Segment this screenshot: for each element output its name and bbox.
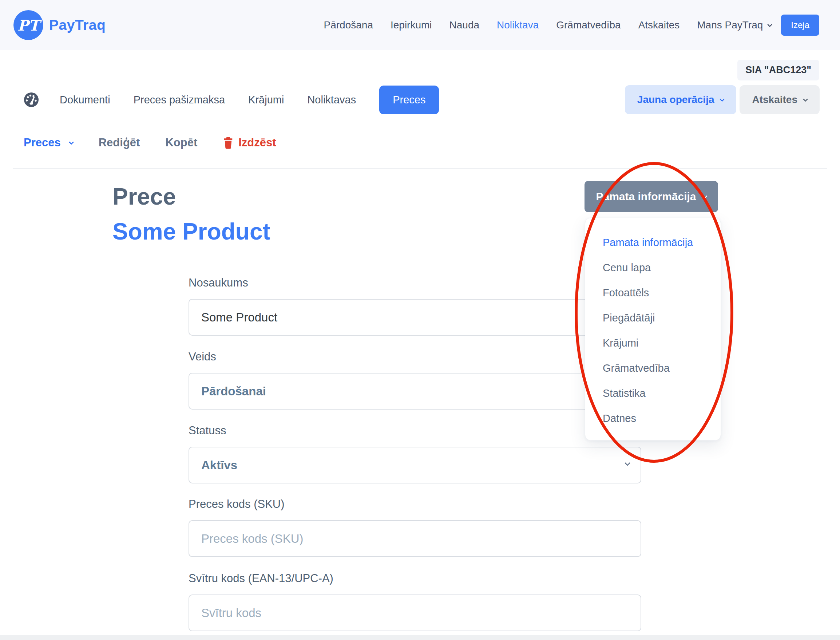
tab-preces-active[interactable]: Preces — [379, 86, 439, 114]
logout-button[interactable]: Izeja — [781, 14, 819, 36]
tab-dokumenti[interactable]: Dokumenti — [60, 94, 110, 106]
module-navigation: Dokumenti Preces pašizmaksa Krājumi Noli… — [22, 85, 439, 114]
reports-button[interactable]: Atskaites — [739, 85, 819, 114]
section-dropdown-panel: Pamata informācija Cenu lapa Fotoattēls … — [585, 218, 721, 440]
company-badge: SIA "ABC123" — [737, 60, 819, 80]
top-navigation: Pārdošana Iepirkumi Nauda Noliktava Grām… — [324, 19, 772, 31]
new-operation-button[interactable]: Jauna operācija — [625, 85, 737, 114]
nav-atskaites[interactable]: Atskaites — [638, 19, 680, 31]
field-statuss: Statuss Aktīvs — [188, 423, 641, 483]
menu-item-gramatvediba[interactable]: Grāmatvedība — [603, 356, 720, 381]
chevron-down-icon — [69, 140, 74, 145]
tab-krajumi[interactable]: Krājumi — [248, 94, 284, 106]
page-title: Prece — [112, 184, 270, 209]
logo-monogram: PT — [18, 17, 39, 34]
tab-preces-pasizmaksa[interactable]: Preces pašizmaksa — [134, 94, 225, 106]
module-action-buttons: Jauna operācija Atskaites — [625, 85, 819, 114]
menu-item-statistika[interactable]: Statistika — [603, 381, 720, 406]
menu-item-fotoattels[interactable]: Fotoattēls — [603, 280, 720, 306]
nav-iepirkumi[interactable]: Iepirkumi — [391, 19, 432, 31]
field-preces-kods: Preces kods (SKU) — [188, 497, 641, 557]
field-label: Veids — [188, 349, 641, 364]
nav-nauda[interactable]: Nauda — [449, 19, 480, 31]
paytraq-product-page: PT PayTraq Pārdošana Iepirkumi Nauda Nol… — [0, 0, 840, 640]
nav-noliktava[interactable]: Noliktava — [497, 19, 539, 31]
field-label: Statuss — [188, 423, 641, 438]
menu-item-pamata-informacija[interactable]: Pamata informācija — [603, 230, 720, 255]
paytraq-logo-icon[interactable]: PT — [13, 10, 43, 40]
delete-button[interactable]: Izdzēst — [223, 136, 276, 149]
field-veids: Veids Pārdošanai — [188, 349, 641, 410]
nav-mans-paytraq[interactable]: Mans PayTraq — [697, 19, 771, 31]
dashboard-gauge-icon[interactable] — [22, 91, 40, 109]
chevron-down-icon — [702, 194, 707, 199]
sku-input[interactable] — [188, 520, 641, 557]
copy-button[interactable]: Kopēt — [165, 136, 197, 149]
chevron-down-icon — [803, 97, 808, 102]
page-bottom-strip — [0, 635, 840, 640]
menu-item-piegadataji[interactable]: Piegādātāji — [603, 306, 720, 331]
barcode-input[interactable] — [188, 595, 641, 631]
section-dropdown-button[interactable]: Pamata informācija — [584, 181, 718, 212]
section-divider — [13, 168, 827, 168]
menu-item-cenu-lapa[interactable]: Cenu lapa — [603, 255, 720, 280]
menu-item-datnes[interactable]: Datnes — [603, 406, 720, 431]
chevron-down-icon — [720, 97, 725, 102]
field-label: Nosaukums — [188, 275, 641, 290]
chevron-down-icon — [767, 22, 772, 27]
field-label: Svītru kods (EAN-13/UPC-A) — [188, 571, 641, 586]
trash-icon — [223, 136, 234, 149]
preces-menu-button[interactable]: Preces — [24, 136, 73, 149]
chevron-down-icon — [624, 460, 631, 466]
statuss-select[interactable]: Aktīvs — [188, 447, 641, 483]
page-heading: Prece Some Product — [112, 184, 270, 245]
nosaukums-input[interactable] — [188, 299, 641, 336]
tab-noliktavas[interactable]: Noliktavas — [307, 94, 356, 106]
field-label: Preces kods (SKU) — [188, 497, 641, 512]
product-name: Some Product — [112, 219, 270, 244]
menu-item-krajumi[interactable]: Krājumi — [603, 331, 720, 356]
field-svitru-kods: Svītru kods (EAN-13/UPC-A) — [188, 571, 641, 631]
brand-name[interactable]: PayTraq — [49, 17, 105, 33]
nav-gramatvediba[interactable]: Grāmatvedība — [556, 19, 621, 31]
edit-button[interactable]: Rediģēt — [99, 136, 140, 149]
veids-readonly-field: Pārdošanai — [188, 373, 641, 410]
nav-pardosana[interactable]: Pārdošana — [324, 19, 373, 31]
top-bar: PT PayTraq Pārdošana Iepirkumi Nauda Nol… — [0, 0, 840, 50]
field-nosaukums: Nosaukums — [188, 275, 641, 336]
record-action-bar: Preces Rediģēt Kopēt Izdzēst — [24, 132, 276, 154]
